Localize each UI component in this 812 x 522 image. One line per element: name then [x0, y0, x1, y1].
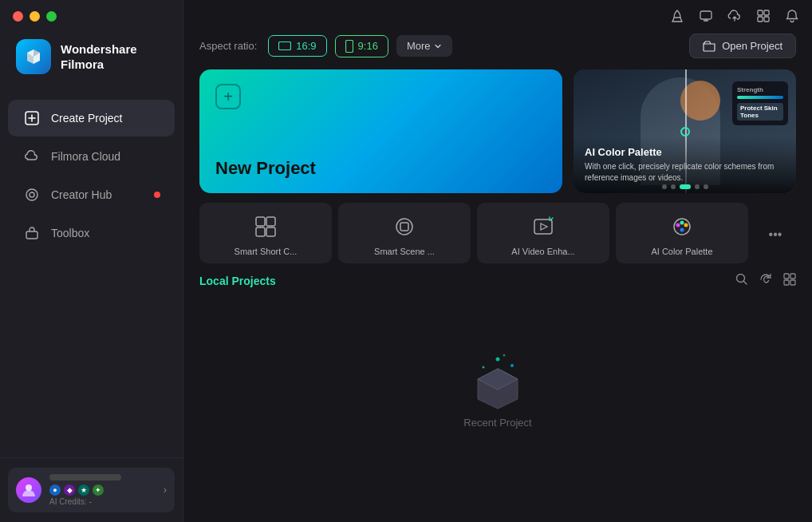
monitor-icon[interactable]: [699, 9, 713, 27]
main-content: Aspect ratio: 16:9 9:16 More Open Projec…: [183, 0, 812, 522]
aspect-ratio-label: Aspect ratio:: [199, 40, 257, 52]
svg-rect-18: [534, 219, 552, 234]
sidebar-item-label: Toolbox: [51, 227, 89, 239]
rocket-icon[interactable]: [670, 9, 684, 27]
tool-label: AI Video Enha...: [511, 246, 574, 257]
credit-icon-3: ★: [78, 484, 89, 496]
aspect-ratio-16-9[interactable]: 16:9: [268, 35, 326, 57]
create-project-icon: [24, 110, 40, 126]
open-project-label: Open Project: [722, 40, 782, 52]
creator-hub-icon: [24, 187, 40, 203]
ai-video-enhance-icon: [529, 212, 558, 241]
carousel-dots: [574, 184, 796, 189]
aspect-ratio-9-16[interactable]: 9:16: [335, 35, 388, 57]
close-button[interactable]: [13, 11, 23, 22]
cards-row: + New Project Strength: [199, 69, 796, 193]
dot-1[interactable]: [662, 184, 667, 189]
svg-rect-13: [266, 217, 275, 226]
toolbox-icon: [24, 225, 40, 241]
sidebar: WondershareFilmora Create Project Filmor…: [0, 0, 183, 522]
svg-rect-9: [764, 17, 769, 22]
user-card[interactable]: ● ◆ ★ ✦ AI Credits: - ›: [8, 468, 175, 512]
local-projects-title: Local Projects: [199, 275, 276, 287]
svg-rect-11: [345, 40, 353, 52]
sidebar-item-toolbox[interactable]: Toolbox: [8, 215, 175, 251]
feature-title: AI Color Palette: [585, 146, 785, 158]
tool-ai-color-palette[interactable]: AI Color Palette: [616, 203, 748, 263]
maximize-button[interactable]: [46, 11, 57, 22]
new-project-plus-icon: +: [215, 84, 241, 109]
empty-state: Recent Project: [199, 297, 796, 514]
smart-short-icon: [251, 212, 280, 241]
more-dots-icon: •••: [761, 220, 790, 249]
tools-more-button[interactable]: •••: [755, 203, 796, 263]
traffic-lights: [0, 0, 183, 22]
svg-rect-6: [758, 10, 763, 15]
svg-rect-7: [764, 10, 769, 15]
ai-tools-row: Smart Short C... Smart Scene ... AI Vide…: [199, 203, 796, 263]
svg-rect-5: [700, 11, 711, 19]
user-info: ● ◆ ★ ✦ AI Credits: -: [49, 474, 156, 506]
tool-smart-scene[interactable]: Smart Scene ...: [338, 203, 471, 263]
credit-icon-4: ✦: [93, 484, 104, 496]
logo-icon: [16, 39, 51, 74]
sidebar-item-label: Creator Hub: [51, 188, 112, 201]
svg-rect-15: [266, 227, 275, 236]
svg-point-20: [676, 223, 680, 227]
avatar: [16, 477, 41, 503]
svg-point-2: [30, 192, 34, 197]
search-icon[interactable]: [735, 273, 748, 289]
svg-point-23: [680, 228, 684, 232]
tool-label: Smart Short C...: [235, 246, 298, 257]
svg-rect-17: [400, 223, 408, 231]
app-logo: WondershareFilmora: [0, 22, 183, 92]
dot-3-active[interactable]: [680, 184, 691, 189]
svg-rect-26: [790, 274, 795, 279]
cloud-icon: [24, 148, 40, 164]
svg-point-31: [510, 364, 514, 367]
feature-card-image: Strength Protect Skin Tones AI Color Pal…: [574, 69, 796, 193]
user-arrow-icon: ›: [164, 484, 167, 496]
feature-card: Strength Protect Skin Tones AI Color Pal…: [574, 69, 796, 193]
recent-project-label: Recent Project: [463, 417, 531, 429]
sidebar-item-creator-hub[interactable]: Creator Hub: [8, 176, 175, 213]
dot-4[interactable]: [695, 184, 700, 189]
svg-rect-14: [256, 227, 265, 236]
color-circle-indicator: [680, 127, 690, 136]
cloud-upload-icon[interactable]: [727, 9, 742, 27]
credit-icon-2: ◆: [64, 484, 75, 496]
feature-description: With one click, precisely replicate colo…: [585, 161, 785, 184]
open-project-button[interactable]: Open Project: [689, 34, 796, 58]
tool-label: Smart Scene ...: [374, 246, 435, 257]
smart-scene-icon: [390, 212, 419, 241]
notification-dot: [154, 192, 160, 198]
refresh-icon[interactable]: [759, 273, 772, 289]
aspect-ratio-more[interactable]: More: [396, 35, 452, 57]
dot-2[interactable]: [671, 184, 676, 189]
svg-rect-10: [279, 42, 291, 50]
minimize-button[interactable]: [30, 11, 40, 22]
dot-5[interactable]: [704, 184, 708, 189]
bell-icon[interactable]: [785, 9, 799, 27]
app-name: WondershareFilmora: [61, 42, 137, 73]
ai-color-palette-icon: [668, 212, 696, 241]
tool-smart-short[interactable]: Smart Short C...: [199, 203, 332, 263]
credits-text: AI Credits: -: [49, 497, 156, 506]
view-toggle-icon[interactable]: [783, 273, 796, 289]
tool-ai-video-enhance[interactable]: AI Video Enha...: [477, 203, 609, 263]
grid-icon[interactable]: [756, 9, 771, 27]
empty-box-icon: [466, 351, 530, 407]
sidebar-nav: Create Project Filmora Cloud Creator Hub: [0, 92, 183, 457]
new-project-card[interactable]: + New Project: [199, 69, 562, 193]
sidebar-item-label: Filmora Cloud: [51, 150, 120, 163]
sidebar-item-filmora-cloud[interactable]: Filmora Cloud: [8, 138, 175, 175]
sidebar-item-label: Create Project: [51, 112, 122, 125]
aspect-ratio-bar: Aspect ratio: 16:9 9:16 More Open Projec…: [199, 34, 796, 58]
header-icons: [735, 273, 796, 289]
local-projects-header: Local Projects: [199, 273, 796, 289]
svg-point-32: [503, 354, 506, 356]
svg-rect-3: [26, 231, 37, 239]
sidebar-item-create-project[interactable]: Create Project: [8, 100, 175, 136]
svg-rect-25: [784, 274, 789, 279]
svg-rect-12: [256, 217, 265, 226]
